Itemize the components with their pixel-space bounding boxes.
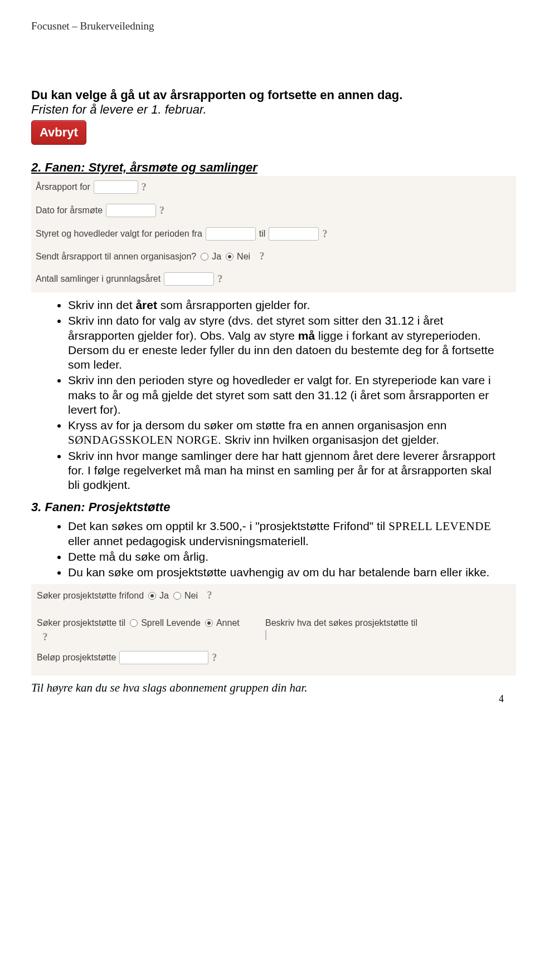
radio-frifond-nei[interactable]: [173, 592, 181, 600]
radio-nei[interactable]: [226, 253, 234, 261]
help-icon[interactable]: ?: [42, 631, 47, 643]
label-dato-arsmote: Dato for årsmøte: [36, 205, 103, 215]
label-ja: Ja: [212, 252, 221, 262]
radio-sprell[interactable]: [130, 619, 138, 627]
help-icon[interactable]: ?: [207, 590, 212, 601]
page-number: 4: [499, 693, 504, 705]
help-icon[interactable]: ?: [159, 205, 164, 217]
form-styret: Årsrapport for ? Dato for årsmøte ? Styr…: [31, 176, 516, 292]
section2-bullets: Skriv inn det året som årsrapporten gjel…: [31, 298, 504, 492]
label-sprell: Sprell Levende: [141, 618, 201, 628]
belop-input[interactable]: [119, 651, 208, 664]
antall-samlinger-input[interactable]: [164, 272, 214, 286]
section-3-title: 3. Fanen: Prosjektstøtte: [31, 500, 504, 514]
list-item: Du kan søke om prosjektstøtte uavhengig …: [68, 565, 504, 580]
arsrapport-year-input[interactable]: [94, 180, 138, 194]
help-icon[interactable]: ?: [212, 652, 217, 664]
label-nei: Nei: [237, 252, 250, 262]
label-sendt-annen: Sendt årsrapport til annen organisasjon?: [36, 252, 196, 262]
help-icon[interactable]: ?: [322, 228, 327, 240]
section3-bullets: Det kan søkes om opptil kr 3.500,- i "pr…: [31, 519, 504, 580]
radio-annet[interactable]: [205, 619, 213, 627]
help-icon[interactable]: ?: [260, 251, 265, 262]
list-item: Skriv inn den perioden styre og hovedled…: [68, 373, 504, 417]
list-item: Kryss av for ja dersom du søker om støtt…: [68, 418, 504, 448]
label-belop: Beløp prosjektstøtte: [37, 653, 116, 663]
label-annet: Annet: [216, 618, 240, 628]
label-ja: Ja: [159, 591, 169, 601]
closing-text: Til høyre kan du se hva slags abonnement…: [31, 681, 504, 695]
section-2-title: 2. Fanen: Styret, årsmøte og samlinger: [31, 160, 504, 175]
label-antall-samlinger: Antall samlinger i grunnlagsåret: [36, 274, 160, 284]
list-item: Det kan søkes om opptil kr 3.500,- i "pr…: [68, 519, 504, 548]
intro-line-2: Fristen for å levere er 1. februar.: [31, 102, 504, 117]
periode-fra-input[interactable]: [206, 227, 256, 241]
help-icon[interactable]: ?: [217, 273, 222, 285]
dato-arsmote-input[interactable]: [106, 204, 156, 217]
cancel-button[interactable]: Avbryt: [31, 120, 86, 145]
list-item: Dette må du søke om årlig.: [68, 550, 504, 564]
intro-line-1: Du kan velge å gå ut av årsrapporten og …: [31, 88, 504, 102]
help-icon[interactable]: ?: [142, 182, 147, 193]
radio-frifond-ja[interactable]: [148, 592, 156, 600]
label-soker-til: Søker prosjektstøtte til: [37, 618, 125, 628]
list-item: Skriv inn hvor mange samlinger dere har …: [68, 449, 504, 493]
label-periode-fra: Styret og hovedleder valgt for perioden …: [36, 229, 202, 239]
periode-til-input[interactable]: [269, 227, 319, 241]
list-item: Skriv inn det året som årsrapporten gjel…: [68, 298, 504, 312]
radio-ja[interactable]: [201, 253, 208, 261]
beskriv-input[interactable]: [265, 630, 266, 640]
form-prosjektstotte: Søker prosjektstøtte frifond Ja Nei ? Sø…: [31, 584, 516, 675]
label-til: til: [259, 229, 266, 239]
page-header: Focusnet – Brukerveiledning: [31, 20, 504, 32]
label-beskriv: Beskriv hva det søkes prosjektstøtte til: [265, 618, 510, 628]
list-item: Skriv inn dato for valg av styre (dvs. d…: [68, 313, 504, 372]
label-arsrapport-for: Årsrapport for: [36, 182, 90, 192]
label-soker-frifond: Søker prosjektstøtte frifond: [37, 591, 144, 601]
label-nei: Nei: [184, 591, 198, 601]
